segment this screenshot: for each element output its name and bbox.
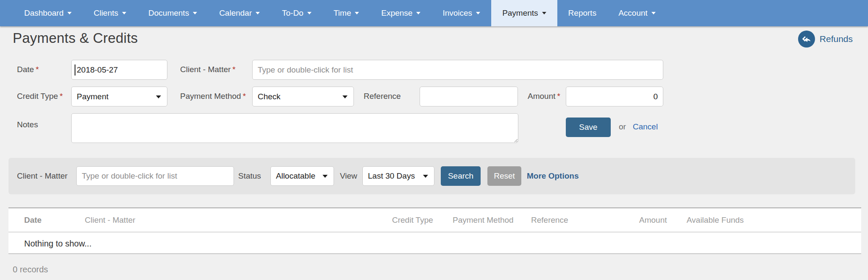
save-button[interactable]: Save	[566, 118, 611, 137]
required-asterisk: *	[232, 65, 235, 74]
chevron-down-icon	[193, 12, 197, 14]
nav-label: Documents	[148, 8, 189, 18]
nav-item-reports[interactable]: Reports	[557, 0, 608, 26]
view-value: Last 30 Days	[368, 171, 415, 181]
status-value: Allocatable	[276, 171, 315, 181]
column-header-payment-method[interactable]: Payment Method	[453, 216, 514, 225]
reference-input[interactable]	[420, 87, 518, 106]
empty-message: Nothing to show...	[24, 239, 92, 249]
text-cursor	[75, 64, 75, 76]
chevron-down-icon	[156, 95, 161, 98]
cancel-link[interactable]: Cancel	[633, 122, 658, 132]
client-matter-label: Client - Matter*	[180, 65, 236, 74]
refunds-button[interactable]: Refunds	[798, 31, 853, 48]
payments-credits-page: Dashboard Clients Documents Calendar To-…	[0, 0, 868, 280]
records-count: 0 records	[13, 265, 48, 274]
table-header-row: Date Client - Matter Credit Type Payment…	[8, 208, 861, 232]
page-title: Payments & Credits	[13, 30, 138, 46]
filter-status-label: Status	[238, 171, 261, 181]
nav-label: Clients	[94, 8, 118, 18]
chevron-down-icon	[342, 95, 348, 98]
status-select[interactable]: Allocatable	[270, 166, 334, 186]
payment-method-select[interactable]: Check	[252, 87, 354, 106]
amount-label: Amount*	[528, 92, 560, 101]
required-asterisk: *	[60, 92, 63, 101]
nav-label: Calendar	[219, 8, 252, 18]
nav-label: Time	[334, 8, 351, 18]
nav-item-account[interactable]: Account	[607, 0, 667, 26]
column-header-reference[interactable]: Reference	[531, 216, 568, 225]
column-header-client-matter[interactable]: Client - Matter	[85, 216, 135, 225]
column-header-amount[interactable]: Amount	[639, 216, 667, 225]
notes-label: Notes	[17, 120, 38, 129]
required-asterisk: *	[557, 92, 560, 101]
notes-textarea[interactable]	[71, 113, 518, 143]
search-button[interactable]: Search	[441, 166, 481, 186]
nav-item-dashboard[interactable]: Dashboard	[13, 0, 83, 26]
nav-label: To-Do	[282, 8, 303, 18]
top-navbar: Dashboard Clients Documents Calendar To-…	[0, 0, 868, 26]
nav-label: Account	[618, 8, 648, 18]
nav-item-clients[interactable]: Clients	[83, 0, 137, 26]
chevron-down-icon	[542, 12, 546, 14]
chevron-down-icon	[423, 175, 428, 178]
column-header-credit-type[interactable]: Credit Type	[392, 216, 433, 225]
client-matter-input[interactable]	[252, 60, 663, 80]
amount-input[interactable]	[566, 87, 663, 106]
chevron-down-icon	[122, 12, 126, 14]
column-header-available-funds[interactable]: Available Funds	[687, 216, 744, 225]
credit-type-label: Credit Type*	[17, 92, 63, 101]
nav-item-payments[interactable]: Payments	[491, 0, 557, 26]
nav-label: Payments	[502, 8, 538, 18]
required-asterisk: *	[243, 92, 246, 101]
nav-item-time[interactable]: Time	[323, 0, 370, 26]
nav-item-invoices[interactable]: Invoices	[431, 0, 491, 26]
or-text: or	[619, 122, 626, 132]
chevron-down-icon	[416, 12, 420, 14]
nav-label: Invoices	[442, 8, 472, 18]
results-table: Date Client - Matter Credit Type Payment…	[8, 207, 861, 254]
nav-label: Reports	[568, 8, 597, 18]
table-empty-row: Nothing to show...	[8, 233, 861, 254]
filter-view-label: View	[340, 171, 357, 181]
chevron-down-icon	[323, 175, 328, 178]
reference-label: Reference	[364, 92, 401, 101]
chevron-down-icon	[307, 12, 312, 14]
payment-method-value: Check	[258, 92, 281, 101]
required-asterisk: *	[36, 65, 39, 74]
date-input[interactable]	[71, 60, 167, 80]
filter-client-matter-label: Client - Matter	[17, 171, 67, 181]
chevron-down-icon	[355, 12, 359, 14]
column-header-date[interactable]: Date	[24, 216, 42, 225]
nav-label: Dashboard	[24, 8, 64, 18]
date-label: Date*	[17, 65, 39, 74]
chevron-down-icon	[256, 12, 260, 14]
nav-item-documents[interactable]: Documents	[137, 0, 208, 26]
view-select[interactable]: Last 30 Days	[362, 166, 434, 186]
nav-item-expense[interactable]: Expense	[370, 0, 431, 26]
nav-label: Expense	[381, 8, 412, 18]
filter-client-matter-input[interactable]	[76, 166, 234, 186]
credit-type-select[interactable]: Payment	[71, 87, 167, 106]
reply-all-icon	[798, 31, 815, 48]
reset-button[interactable]: Reset	[487, 166, 521, 186]
nav-item-calendar[interactable]: Calendar	[208, 0, 271, 26]
chevron-down-icon	[67, 12, 72, 14]
chevron-down-icon	[476, 12, 480, 14]
nav-item-todo[interactable]: To-Do	[271, 0, 323, 26]
chevron-down-icon	[651, 12, 656, 14]
more-options-link[interactable]: More Options	[527, 171, 579, 181]
credit-type-value: Payment	[77, 92, 108, 101]
refunds-label: Refunds	[820, 34, 853, 44]
payment-method-label: Payment Method*	[180, 92, 246, 101]
